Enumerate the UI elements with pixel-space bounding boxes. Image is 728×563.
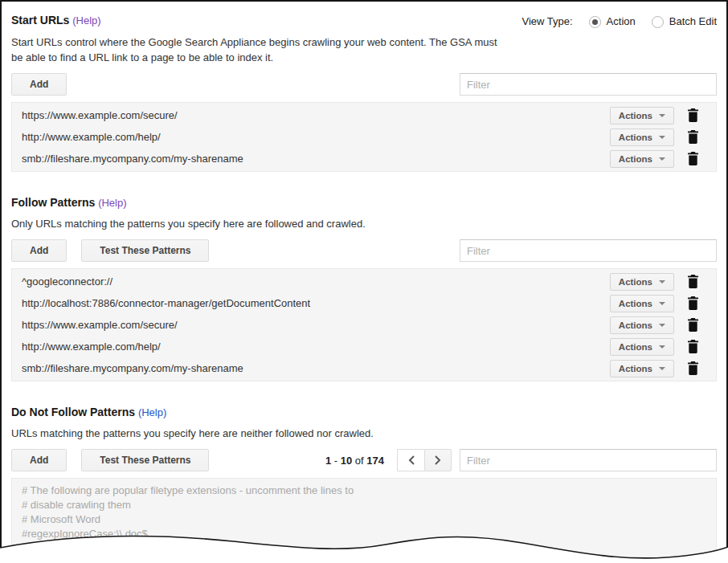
pattern-comment-line: #regexpIgnoreCase:\\.doc$ (22, 527, 706, 541)
pattern-comment-line: # Microsoft Excel (22, 541, 706, 556)
follow-patterns-add-button[interactable]: Add (11, 239, 67, 262)
start-urls-title-text: Start URLs (11, 14, 69, 27)
start-urls-title: Start URLs (Help) (11, 12, 101, 29)
follow-pattern-actions-dropdown[interactable]: Actions (610, 273, 674, 291)
view-type-option-batch-edit[interactable]: Batch Edit (652, 14, 717, 30)
section-follow-patterns: Follow Patterns (Help) Only URLs matchin… (11, 194, 717, 381)
start-urls-list: https://www.example.com/secure/ Actions … (11, 102, 717, 172)
follow-pattern-row: http://localhost:7886/connector-manager/… (12, 292, 716, 314)
do-not-follow-description: URLs matching the patterns you specify h… (11, 426, 717, 441)
chevron-down-icon (659, 367, 665, 370)
chevron-right-icon (434, 455, 442, 465)
start-url-row: https://www.example.com/secure/ Actions (12, 104, 716, 126)
section-do-not-follow-patterns: Do Not Follow Patterns (Help) URLs match… (11, 404, 717, 563)
follow-patterns-help-link[interactable]: (Help) (98, 197, 126, 209)
start-urls-desc-line2: be able to find a URL link to a page to … (11, 50, 717, 65)
start-url-value: https://www.example.com/secure/ (22, 109, 610, 121)
chevron-down-icon (659, 280, 665, 284)
start-urls-desc-line1: Start URLs control where the Google Sear… (11, 35, 717, 50)
do-not-follow-help-link[interactable]: (Help) (138, 406, 166, 418)
view-type-action-label: Action (607, 14, 636, 30)
do-not-follow-title-text: Do Not Follow Patterns (11, 406, 135, 418)
follow-patterns-title-text: Follow Patterns (11, 196, 95, 209)
view-type-batch-edit-label: Batch Edit (669, 14, 717, 30)
start-urls-add-button[interactable]: Add (11, 73, 67, 96)
follow-pattern-value: http://www.example.com/help/ (22, 341, 610, 353)
start-urls-help-link[interactable]: (Help) (72, 14, 100, 27)
pattern-comment-line: # disable crawling them (22, 498, 706, 512)
start-url-value: smb://fileshare.mycompany.com/my-sharena… (22, 153, 610, 165)
start-urls-filter-input[interactable] (460, 73, 717, 96)
view-type-control: View Type: Action Batch Edit (521, 12, 717, 30)
start-url-delete-trash-icon[interactable] (679, 130, 706, 144)
follow-patterns-filter-input[interactable] (460, 239, 717, 262)
follow-pattern-value: smb://fileshare.mycompany.com/my-sharena… (22, 362, 610, 374)
start-url-delete-trash-icon[interactable] (679, 108, 706, 122)
section-start-urls: Start URLs (Help) View Type: Action Batc… (11, 12, 717, 172)
chevron-down-icon (659, 324, 665, 327)
radio-batch-edit-icon[interactable] (652, 16, 664, 28)
follow-pattern-delete-trash-icon[interactable] (679, 296, 706, 310)
pattern-comment-line: # The following are popular filetype ext… (22, 483, 706, 498)
pagination-range-text: 1 - 10 of 174 (325, 455, 384, 467)
start-url-actions-dropdown[interactable]: Actions (610, 150, 674, 168)
follow-pattern-row: https://www.example.com/secure/ Actions (12, 314, 716, 336)
follow-pattern-row: ^googleconnector:// Actions (12, 271, 716, 292)
start-url-value: http://www.example.com/help/ (22, 131, 610, 143)
follow-pattern-delete-trash-icon[interactable] (679, 361, 706, 375)
pagination-prev-button[interactable] (397, 449, 424, 471)
start-url-actions-dropdown[interactable]: Actions (610, 129, 674, 146)
start-urls-description: Start URLs control where the Google Sear… (11, 35, 717, 65)
follow-pattern-actions-dropdown[interactable]: Actions (610, 316, 674, 334)
start-url-delete-trash-icon[interactable] (679, 152, 706, 165)
do-not-follow-filter-input[interactable] (460, 449, 717, 471)
follow-pattern-value: https://www.example.com/secure/ (22, 319, 610, 331)
pagination-next-button[interactable] (424, 449, 452, 471)
radio-action-selected-icon[interactable] (589, 16, 601, 28)
chevron-left-icon (407, 455, 415, 465)
do-not-follow-add-button[interactable]: Add (11, 449, 67, 471)
gsa-crawl-settings-page: Start URLs (Help) View Type: Action Batc… (0, 0, 728, 563)
view-type-label: View Type: (521, 14, 572, 30)
follow-pattern-actions-dropdown[interactable]: Actions (610, 295, 674, 312)
start-url-row: http://www.example.com/help/ Actions (12, 126, 716, 148)
follow-patterns-title: Follow Patterns (Help) (11, 194, 127, 211)
screenshot-frame: Start URLs (Help) View Type: Action Batc… (0, 0, 728, 563)
follow-pattern-row: smb://fileshare.mycompany.com/my-sharena… (12, 357, 716, 379)
follow-pattern-delete-trash-icon[interactable] (679, 275, 706, 288)
do-not-follow-title: Do Not Follow Patterns (Help) (11, 404, 166, 421)
chevron-down-icon (659, 114, 665, 117)
start-url-row: smb://fileshare.mycompany.com/my-sharena… (12, 148, 716, 169)
pagination-nav (397, 449, 452, 471)
follow-pattern-value: ^googleconnector:// (22, 275, 610, 288)
follow-pattern-value: http://localhost:7886/connector-manager/… (22, 297, 610, 309)
do-not-follow-patterns-list: # The following are popular filetype ext… (11, 478, 717, 563)
chevron-down-icon (659, 345, 665, 349)
follow-pattern-actions-dropdown[interactable]: Actions (610, 338, 674, 356)
view-type-option-action[interactable]: Action (589, 14, 636, 30)
follow-pattern-actions-dropdown[interactable]: Actions (610, 360, 674, 377)
chevron-down-icon (659, 136, 665, 139)
follow-patterns-list: ^googleconnector:// Actions http://local… (11, 268, 717, 381)
pattern-comment-line: # Microsoft Word (22, 512, 706, 527)
follow-patterns-description: Only URLs matching the patterns you spec… (11, 216, 717, 231)
follow-pattern-delete-trash-icon[interactable] (679, 318, 706, 332)
chevron-down-icon (659, 157, 665, 161)
follow-patterns-test-button[interactable]: Test These Patterns (81, 239, 209, 262)
follow-pattern-delete-trash-icon[interactable] (679, 340, 706, 353)
start-url-actions-dropdown[interactable]: Actions (610, 107, 674, 124)
follow-pattern-row: http://www.example.com/help/ Actions (12, 336, 716, 357)
do-not-follow-test-button[interactable]: Test These Patterns (81, 449, 209, 471)
chevron-down-icon (659, 302, 665, 305)
